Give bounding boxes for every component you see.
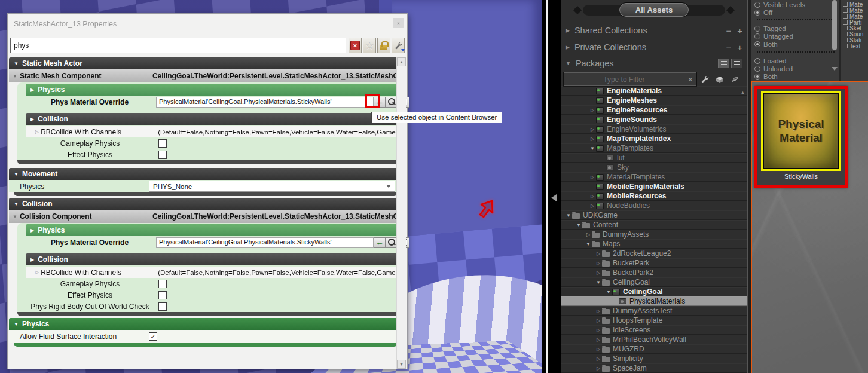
add-collection-icon[interactable]: +	[737, 26, 742, 35]
type-filter-row[interactable]: Stati	[843, 37, 868, 43]
clear-search-button[interactable]: ×	[349, 38, 362, 53]
tree-item[interactable]: EngineMeshes	[561, 96, 747, 105]
asset-view[interactable]: Physical Material StickyWalls	[751, 81, 868, 373]
tree-item[interactable]: ▷DummyAssetsTest	[561, 306, 747, 316]
radio-off[interactable]: Off	[754, 9, 772, 16]
allow-fluid-checkbox[interactable]: ✓	[149, 332, 157, 341]
tree-item[interactable]: ▷DummyAssets	[561, 230, 747, 239]
type-filter-row[interactable]: Skel	[843, 25, 868, 31]
lock-button[interactable]	[377, 38, 390, 53]
section-physics[interactable]: ▼ Physics	[9, 318, 398, 330]
radio-untagged[interactable]: Untagged	[754, 33, 793, 40]
phys-material-value[interactable]: PhysicalMaterial'CeilingGoal.PhysicalMat…	[156, 237, 374, 248]
radio-unloaded[interactable]: Unloaded	[754, 65, 793, 72]
find-in-browser-button[interactable]	[386, 97, 398, 108]
subsection-physics[interactable]: ▶ Physics	[26, 224, 398, 236]
tree-item[interactable]: ▷NodeBuddies	[561, 201, 747, 210]
radio-tagged[interactable]: Tagged	[754, 25, 786, 32]
tree-item[interactable]: ▷EngineVolumetrics	[561, 124, 747, 134]
type-filter-row[interactable]: Parti	[843, 19, 868, 25]
tree-item[interactable]: ▼CeilingGoal	[561, 287, 747, 296]
row-static-mesh-component[interactable]: ▼ Static Mesh Component CeilingGoal.TheW…	[9, 69, 398, 82]
radio-both-tagged[interactable]: Both	[754, 41, 778, 48]
asset-tile-selected[interactable]: Physical Material StickyWalls	[754, 86, 848, 188]
tree-item[interactable]: lut	[561, 153, 747, 163]
tree-item[interactable]: EngineSounds	[561, 115, 747, 124]
remove-collection-icon[interactable]: −	[726, 26, 731, 35]
section-static-mesh-actor[interactable]: ▼ Static Mesh Actor	[9, 57, 398, 69]
subsection-collision[interactable]: ▶ Collision	[26, 113, 398, 125]
tree-item[interactable]: ▷Simplicity	[561, 354, 747, 363]
tree-item[interactable]: ▼CeilingGoal	[561, 277, 747, 287]
section-movement[interactable]: ▼ Movement	[9, 168, 398, 180]
phys-rigid-body-checkbox[interactable]	[158, 302, 167, 311]
radio-visible-levels[interactable]: Visible Levels	[754, 1, 805, 8]
packages-header[interactable]: ▼ Packages	[561, 56, 747, 71]
phys-material-value[interactable]: PhysicalMaterial'CeilingGoal.PhysicalMat…	[156, 97, 374, 108]
scroll-down-icon[interactable]: ▼	[397, 360, 406, 369]
tree-item[interactable]: ▼MapTemplates	[561, 143, 747, 153]
row-collision-component[interactable]: ▼ Collision Component CeilingGoal.TheWor…	[9, 210, 398, 223]
tree-item[interactable]: ▷IdleScreens	[561, 325, 747, 335]
tree-item[interactable]: ▼Maps	[561, 239, 747, 249]
row-rbcollide-channels-2[interactable]: ▷ RBCollide With Channels (Default=False…	[26, 267, 398, 278]
filter-input[interactable]	[564, 75, 684, 84]
search-input[interactable]	[10, 38, 346, 53]
options-button[interactable]	[392, 38, 405, 53]
tree-item[interactable]: ▷HoopsTemplate	[561, 316, 747, 325]
tree-item[interactable]: EngineMaterials	[561, 86, 747, 96]
tree-item[interactable]: ▷BucketPark	[561, 258, 747, 268]
tree-item[interactable]: ▼UDKGame	[561, 210, 747, 220]
tree-item[interactable]: ▷BucketPark2	[561, 268, 747, 277]
tree-view-icon[interactable]	[718, 59, 729, 68]
find-in-browser-button[interactable]	[386, 237, 398, 248]
tree-item[interactable]: MobileEngineMaterials	[561, 182, 747, 191]
scroll-down-icon[interactable]	[832, 67, 838, 71]
tree-scroll-up-icon[interactable]: ▲	[740, 90, 745, 96]
pencil-icon[interactable]: ✎	[729, 74, 740, 85]
radio-loaded[interactable]: Loaded	[754, 57, 786, 65]
row-rbcollide-channels[interactable]: ▷ RBCollide With Channels (Default=False…	[26, 126, 398, 137]
panel-divider[interactable]	[542, 0, 561, 373]
add-collection-icon[interactable]: +	[737, 43, 742, 52]
remove-collection-icon[interactable]: −	[726, 43, 731, 52]
subsection-collision[interactable]: ▶ Collision	[26, 253, 398, 265]
subsection-physics[interactable]: ▶ Physics	[26, 84, 398, 96]
effect-physics-checkbox[interactable]	[158, 151, 167, 159]
shared-collections-header[interactable]: ▶ Shared Collections −+	[561, 23, 747, 38]
tree-item[interactable]: ▷MUGZRD	[561, 344, 747, 354]
section-collision[interactable]: ▼ Collision	[9, 198, 398, 210]
favorites-button[interactable]: ☆	[363, 38, 376, 53]
wrench-icon[interactable]	[699, 74, 710, 85]
type-filter-row[interactable]: Mate	[843, 13, 868, 19]
effect-physics-checkbox[interactable]	[158, 291, 167, 299]
private-collections-header[interactable]: ▶ Private Collections −+	[561, 39, 747, 55]
type-filter-row[interactable]: Soun	[843, 31, 868, 37]
tree-item-selected[interactable]: PhysicalMaterials	[561, 296, 747, 306]
scroll-up-icon[interactable]: ▲	[397, 57, 406, 66]
tree-item[interactable]: ▷SpaceJam	[561, 363, 747, 373]
close-icon[interactable]: x	[393, 18, 404, 28]
gameplay-physics-checkbox[interactable]	[158, 280, 167, 288]
dialog-scrollbar[interactable]: ▲ ▼	[396, 57, 406, 369]
type-filter-row[interactable]: Text	[843, 43, 868, 49]
tree-item[interactable]: ▷MrPhilBeachVolleyWall	[561, 335, 747, 344]
type-filter-row[interactable]: Mate	[843, 1, 868, 7]
physics-dropdown[interactable]: PHYS_None	[149, 181, 395, 192]
tree-item[interactable]: ▷MaterialTemplates	[561, 172, 747, 182]
package-box-icon[interactable]	[714, 74, 725, 85]
tree-item[interactable]: ▷MobileResources	[561, 191, 747, 201]
tree-item[interactable]: Sky	[561, 163, 747, 172]
filter-scrollbar[interactable]	[832, 0, 837, 50]
type-filter-row[interactable]: Mate	[843, 7, 868, 13]
collapse-panel-icon[interactable]	[551, 194, 557, 201]
radio-both-loaded[interactable]: Both	[754, 73, 778, 80]
list-view-icon[interactable]	[731, 59, 742, 68]
use-selected-object-button[interactable]: ←	[374, 237, 386, 248]
tree-item[interactable]: ▼Content	[561, 220, 747, 230]
tree-item[interactable]: ▷2dRocketLeague2	[561, 249, 747, 258]
tree-item[interactable]: ▷MapTemplateIndex	[561, 134, 747, 143]
all-assets-button[interactable]: All Assets	[619, 2, 689, 17]
clear-filter-icon[interactable]: ×	[684, 75, 696, 84]
gameplay-physics-checkbox[interactable]	[158, 139, 167, 148]
